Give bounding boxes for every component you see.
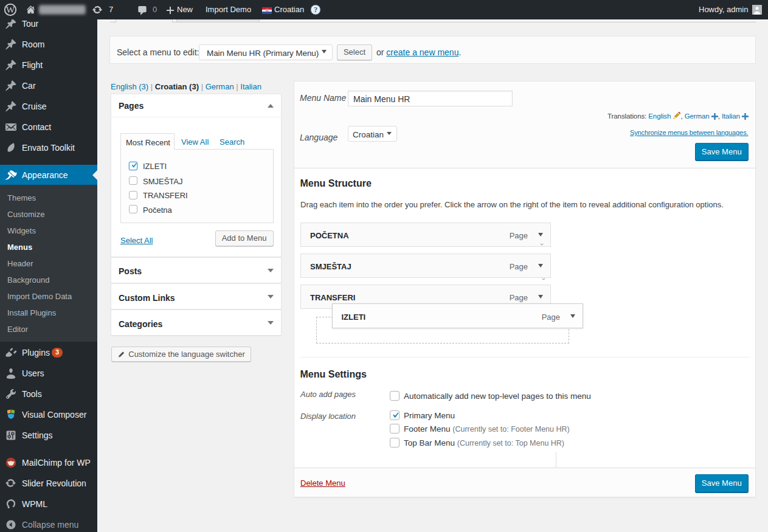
svg-text:?: ? [314,5,317,14]
svg-text:W: W [6,4,15,15]
